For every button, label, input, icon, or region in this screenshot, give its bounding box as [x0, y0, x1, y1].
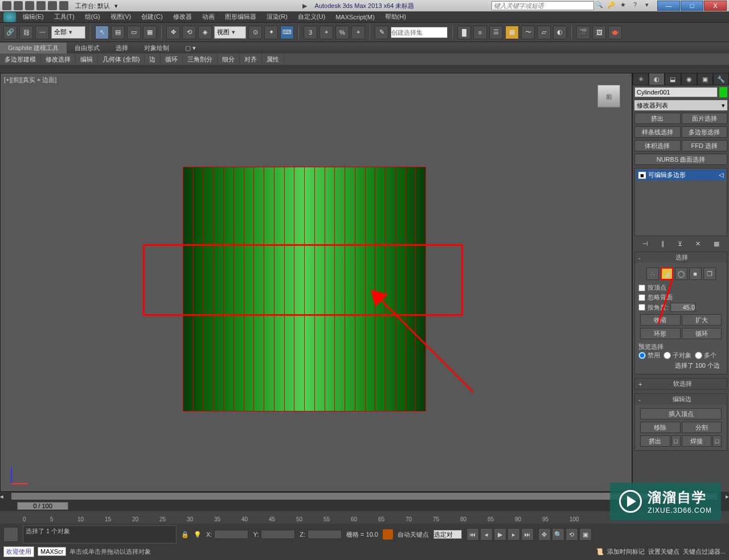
- remove-mod-icon[interactable]: ✕: [695, 240, 701, 248]
- script-icon[interactable]: 📜: [596, 548, 604, 555]
- rect-select-icon[interactable]: ▭: [127, 26, 141, 39]
- tab-hierarchy-icon[interactable]: ⬓: [665, 73, 681, 85]
- setkey-label[interactable]: 设置关键点: [648, 547, 679, 556]
- tab-selection[interactable]: 选择: [108, 43, 136, 53]
- select-icon[interactable]: ↖: [95, 26, 109, 39]
- btn-ring[interactable]: 环形: [640, 328, 681, 339]
- goto-end-icon[interactable]: ⏭: [521, 528, 534, 541]
- scale-icon[interactable]: ◈: [198, 26, 212, 39]
- tab-utilities-icon[interactable]: 🔧: [713, 73, 729, 85]
- redo-icon[interactable]: [48, 1, 57, 10]
- material-editor-icon[interactable]: ◐: [553, 26, 567, 39]
- btn-splinesel[interactable]: 样条线选择: [634, 126, 681, 138]
- pivot-icon[interactable]: ⊙: [248, 26, 262, 39]
- coord-z[interactable]: [308, 530, 342, 539]
- unlink-icon[interactable]: ⛓: [19, 26, 33, 39]
- manip-icon[interactable]: ✦: [264, 26, 278, 39]
- autokey-label[interactable]: 自动关键点: [398, 530, 429, 539]
- mirror-icon[interactable]: ▐▌: [457, 26, 471, 39]
- render-icon[interactable]: 🫖: [608, 26, 622, 39]
- modifier-list-dropdown[interactable]: 修改器列表▾: [634, 100, 727, 110]
- btn-insertvertex[interactable]: 插入顶点: [640, 408, 722, 419]
- keyboard-icon[interactable]: ⌨: [280, 26, 294, 39]
- chk-byangle[interactable]: [638, 304, 645, 311]
- object-color-swatch[interactable]: [719, 87, 727, 97]
- snap-3-icon[interactable]: 3: [304, 26, 317, 39]
- nav-max-icon[interactable]: ▣: [579, 528, 592, 541]
- rad-subobj[interactable]: [664, 352, 671, 359]
- menu-render[interactable]: 渲染(R): [267, 13, 288, 21]
- welcome-label[interactable]: 欢迎使用: [3, 546, 34, 557]
- btn-extrude-opts[interactable]: □: [671, 435, 681, 447]
- close-button[interactable]: X: [704, 1, 727, 11]
- r2-polymodel[interactable]: 多边形建模: [0, 54, 41, 65]
- r2-align[interactable]: 对齐: [240, 54, 262, 65]
- align-icon[interactable]: ≡: [473, 26, 487, 39]
- keyfilter-label[interactable]: 关键点过滤器...: [683, 547, 726, 556]
- new-icon[interactable]: [2, 1, 11, 10]
- dropdown-icon[interactable]: ▾: [642, 1, 652, 10]
- layer-manager-icon[interactable]: ▦: [505, 26, 519, 39]
- rollout-selection-header[interactable]: -选择: [635, 252, 727, 263]
- maxscript-label[interactable]: MAXScr: [38, 547, 66, 556]
- nav-orbit-icon[interactable]: ⟲: [566, 528, 578, 541]
- save-icon[interactable]: [25, 1, 34, 10]
- layers-icon[interactable]: ☰: [489, 26, 503, 39]
- btn-loop[interactable]: 循环: [682, 328, 722, 339]
- help-search-input[interactable]: [492, 1, 594, 10]
- autokey-toggle[interactable]: [383, 529, 393, 540]
- rollout-softsel-header[interactable]: +软选择: [635, 378, 727, 389]
- menu-help[interactable]: 帮助(H): [385, 13, 406, 21]
- btn-weld[interactable]: 焊接: [682, 435, 712, 447]
- move-icon[interactable]: ✥: [166, 26, 180, 39]
- stack-editable-poly[interactable]: ■可编辑多边形◁: [636, 170, 726, 180]
- rollout-editedge-header[interactable]: -编辑边: [635, 394, 727, 405]
- r2-modsel[interactable]: 修改选择: [41, 54, 76, 65]
- btn-ffdsel[interactable]: FFD 选择: [682, 140, 728, 151]
- key-icon[interactable]: 🔑: [607, 1, 616, 10]
- btn-grow[interactable]: 扩大: [682, 314, 722, 326]
- maximize-button[interactable]: □: [681, 1, 703, 11]
- tab-motion-icon[interactable]: ◉: [681, 73, 697, 85]
- tab-graphite[interactable]: Graphite 建模工具: [0, 43, 67, 53]
- btn-split[interactable]: 分割: [682, 422, 722, 433]
- coord-x[interactable]: [214, 530, 248, 539]
- snap-spinner-icon[interactable]: ⌖: [351, 26, 365, 39]
- nav-zoom-icon[interactable]: 🔍: [552, 528, 564, 541]
- r2-edit[interactable]: 编辑: [76, 54, 98, 65]
- menu-anim[interactable]: 动画: [202, 13, 215, 21]
- refcoord-dropdown[interactable]: 视图: [214, 26, 246, 39]
- viewcube[interactable]: 前: [597, 85, 620, 108]
- menu-maxscript[interactable]: MAXScript(M): [335, 14, 374, 20]
- workspace-label[interactable]: 工作台: 默认: [75, 2, 110, 10]
- lock-selection-icon[interactable]: 🔒: [181, 531, 189, 538]
- menu-customize[interactable]: 自定义(U): [298, 13, 325, 21]
- menu-tools[interactable]: 工具(T): [54, 13, 75, 21]
- addmark-label[interactable]: 添加时间标记: [607, 547, 645, 556]
- btn-weld-opts[interactable]: □: [712, 435, 722, 447]
- tab-modify-icon[interactable]: ◐: [649, 73, 665, 85]
- namedsel-icon[interactable]: ✎: [375, 26, 388, 39]
- render-setup-icon[interactable]: 🎬: [576, 26, 590, 39]
- menu-edit[interactable]: 编辑(E): [23, 13, 44, 21]
- pin-stack-icon[interactable]: ⊣: [642, 240, 648, 248]
- binoculars-icon[interactable]: 🔍: [595, 1, 604, 10]
- chk-ignoreback[interactable]: [638, 294, 645, 301]
- configure-icon[interactable]: ▦: [714, 240, 719, 248]
- filter-dropdown[interactable]: 全部: [51, 26, 85, 39]
- ribbon-expand-icon[interactable]: ▢ ▾: [177, 43, 204, 53]
- window-crossing-icon[interactable]: ▦: [143, 26, 157, 39]
- goto-start-icon[interactable]: ⏮: [466, 528, 479, 541]
- modifier-stack[interactable]: ■可编辑多边形◁: [634, 168, 727, 236]
- tab-paint[interactable]: 对象绘制: [136, 43, 177, 53]
- menu-grapheditor[interactable]: 图形编辑器: [225, 13, 256, 21]
- next-frame-icon[interactable]: ▸: [507, 528, 520, 541]
- rad-multi[interactable]: [695, 352, 702, 359]
- tab-display-icon[interactable]: ▣: [697, 73, 713, 85]
- undo-icon[interactable]: [36, 1, 46, 10]
- app-logo-icon[interactable]: [3, 12, 16, 22]
- help-icon[interactable]: ?: [630, 1, 640, 10]
- subobj-poly-icon[interactable]: ■: [689, 267, 702, 280]
- bind-icon[interactable]: 〰: [35, 26, 49, 39]
- keymode-dropdown[interactable]: [433, 530, 462, 539]
